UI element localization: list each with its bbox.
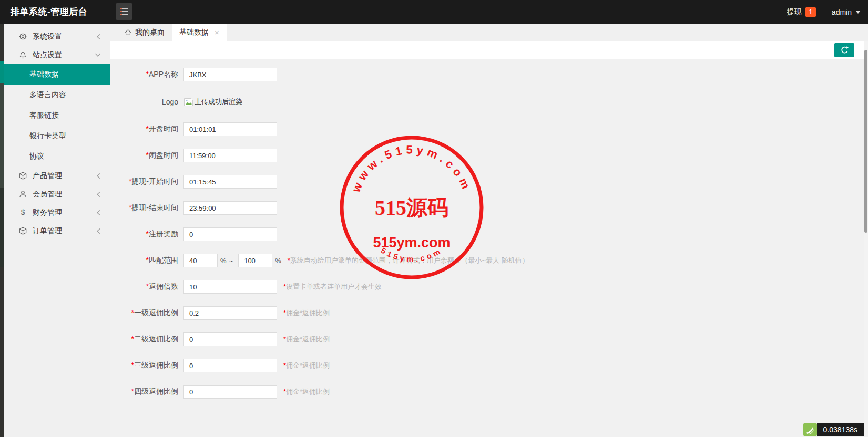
sidebar-item-label: 财务管理 xyxy=(33,208,96,217)
form-row: *提现-开始时间 xyxy=(114,169,864,195)
vertical-scrollbar xyxy=(864,41,868,437)
form-row: *闭盘时间 xyxy=(114,142,864,169)
field-value-area: *佣金*返佣比例 xyxy=(183,306,330,320)
field-label: *三级返佣比例 xyxy=(114,361,178,370)
tab-label: 我的桌面 xyxy=(135,28,165,37)
sidebar-item[interactable]: 站点设置 xyxy=(4,46,110,64)
withdraw-link[interactable]: 提现 xyxy=(787,7,802,17)
field-hint: *佣金*返佣比例 xyxy=(283,335,330,344)
svg-text:$: $ xyxy=(21,208,25,216)
form-row: *二级返佣比例*佣金*返佣比例 xyxy=(114,326,864,352)
form-input[interactable] xyxy=(183,332,277,346)
form-row: *返佣倍数*设置卡单或者连单用户才会生效 xyxy=(114,274,864,300)
sidebar-subitem[interactable]: 多语言内容 xyxy=(4,85,110,105)
chevron-down-icon xyxy=(855,11,861,14)
field-hint: *系统自动给用户派单的金额范围，计算公式：用户余额 x （最小~最大 随机值） xyxy=(288,256,529,265)
username: admin xyxy=(832,8,852,16)
thinkphp-logo-icon[interactable] xyxy=(803,423,817,436)
field-label: Logo xyxy=(114,98,178,106)
field-value-area xyxy=(183,227,277,241)
admin-app: 排单系统-管理后台 提现 1 admin 系统设置站点设置基础数据多语言内容客服… xyxy=(0,0,868,437)
field-hint: *设置卡单或者连单用户才会生效 xyxy=(283,282,382,292)
withdraw-count-badge: 1 xyxy=(805,7,816,17)
form-input[interactable] xyxy=(183,122,277,136)
field-hint: *佣金*返佣比例 xyxy=(283,308,330,318)
cube-icon xyxy=(18,171,27,180)
range-max-input[interactable] xyxy=(238,254,272,267)
field-value-area: *设置卡单或者连单用户才会生效 xyxy=(183,280,382,294)
form-input[interactable] xyxy=(183,385,277,399)
form-row: *三级返佣比例*佣金*返佣比例 xyxy=(114,352,864,379)
refresh-icon xyxy=(840,46,849,55)
form-input[interactable] xyxy=(183,227,277,241)
refresh-button[interactable] xyxy=(834,43,854,57)
field-value-area: *佣金*返佣比例 xyxy=(183,332,330,346)
collapsed-sidebar-strip xyxy=(0,24,4,437)
form-input[interactable] xyxy=(183,280,277,294)
field-label: *二级返佣比例 xyxy=(114,335,178,344)
form-row: *四级返佣比例*佣金*返佣比例 xyxy=(114,379,864,405)
form-input[interactable] xyxy=(183,175,277,189)
dollar-icon: $ xyxy=(18,208,27,217)
strip-active-segment xyxy=(0,61,4,83)
sidebar-item[interactable]: $财务管理 xyxy=(4,203,110,222)
sidebar-item[interactable]: 会员管理 xyxy=(4,185,110,203)
field-value-area: *佣金*返佣比例 xyxy=(183,359,330,372)
bell-icon xyxy=(18,50,27,59)
field-value-area xyxy=(183,122,277,136)
home-icon xyxy=(124,28,132,36)
chevron-down-icon xyxy=(95,53,101,57)
form-input[interactable] xyxy=(183,68,277,81)
field-value-area xyxy=(183,201,277,215)
unit-label: % xyxy=(220,257,227,265)
user-menu[interactable]: admin xyxy=(832,8,861,16)
form-row: *提现-结束时间 xyxy=(114,195,864,221)
content-toolbar xyxy=(110,41,864,59)
sidebar-item-label: 会员管理 xyxy=(33,190,96,199)
field-hint: *佣金*返佣比例 xyxy=(283,387,330,397)
form-input[interactable] xyxy=(183,306,277,320)
close-icon[interactable]: × xyxy=(215,28,219,36)
field-value-area xyxy=(183,68,277,81)
hamburger-menu-icon[interactable] xyxy=(116,3,132,20)
form-input[interactable] xyxy=(183,149,277,162)
field-value-area: %~%*系统自动给用户派单的金额范围，计算公式：用户余额 x （最小~最大 随机… xyxy=(183,254,529,267)
top-header: 排单系统-管理后台 提现 1 admin xyxy=(0,0,868,24)
settings-form: *APP名称Logo上传成功后渲染*开盘时间*闭盘时间*提现-开始时间*提现-结… xyxy=(110,59,864,437)
field-label: *闭盘时间 xyxy=(114,151,178,160)
sidebar-item-label: 订单管理 xyxy=(33,226,96,236)
field-label: *四级返佣比例 xyxy=(114,387,178,397)
trace-widget: 0.038138s xyxy=(803,423,864,436)
sidebar-subitem[interactable]: 客服链接 xyxy=(4,105,110,126)
sidebar-subitem[interactable]: 银行卡类型 xyxy=(4,126,110,146)
page-load-time: 0.038138s xyxy=(817,423,864,436)
sidebar-item-label: 站点设置 xyxy=(33,50,95,60)
broken-image-icon xyxy=(183,98,193,107)
sidebar-item[interactable]: 订单管理 xyxy=(4,222,110,240)
form-input[interactable] xyxy=(183,359,277,372)
user-icon xyxy=(18,190,27,199)
chevron-left-icon xyxy=(96,228,101,234)
logo-alt-text: 上传成功后渲染 xyxy=(195,97,242,107)
sidebar-subitem[interactable]: 协议 xyxy=(4,146,110,167)
range-separator: ~ xyxy=(229,257,233,265)
tab-bar: 我的桌面基础数据× xyxy=(110,24,868,41)
tab[interactable]: 基础数据× xyxy=(172,24,227,41)
scrollbar-thumb[interactable] xyxy=(864,50,867,233)
field-value-area xyxy=(183,149,277,162)
field-label: *提现-开始时间 xyxy=(114,177,178,186)
chevron-left-icon xyxy=(96,210,101,216)
chevron-left-icon xyxy=(96,191,101,197)
range-min-input[interactable] xyxy=(183,254,218,267)
form-row: Logo上传成功后渲染 xyxy=(114,88,864,116)
sidebar-item[interactable]: 产品管理 xyxy=(4,167,110,185)
form-input[interactable] xyxy=(183,201,277,215)
gear-icon xyxy=(18,32,27,41)
sidebar-subitem[interactable]: 基础数据 xyxy=(4,64,110,85)
sidebar-item[interactable]: 系统设置 xyxy=(4,27,110,46)
field-label: *返佣倍数 xyxy=(114,282,178,292)
tab[interactable]: 我的桌面 xyxy=(117,24,172,41)
sidebar-item-label: 产品管理 xyxy=(33,171,96,181)
chevron-left-icon xyxy=(96,34,101,40)
chevron-left-icon xyxy=(96,173,101,179)
